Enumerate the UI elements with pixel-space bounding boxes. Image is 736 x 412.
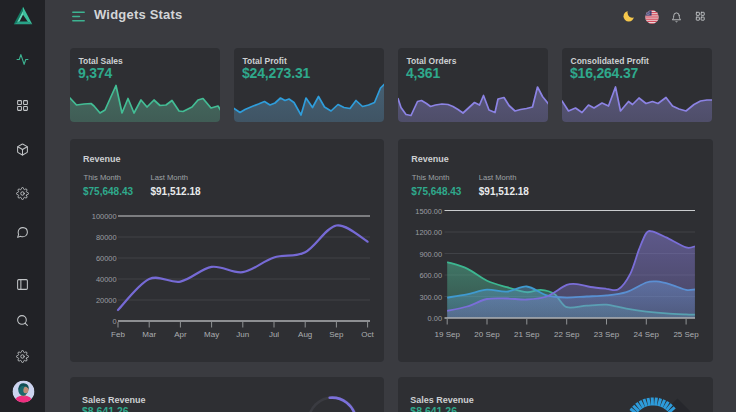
svg-text:600.00: 600.00 <box>420 271 443 280</box>
svg-text:23 Sep: 23 Sep <box>594 329 620 338</box>
svg-text:25 Sep: 25 Sep <box>674 329 700 338</box>
svg-text:80000: 80000 <box>96 233 117 242</box>
svg-text:0.00: 0.00 <box>428 314 442 323</box>
svg-text:Aug: Aug <box>298 329 312 338</box>
svg-text:Oct: Oct <box>361 329 374 338</box>
svg-text:300.00: 300.00 <box>420 292 443 301</box>
svg-text:Apr: Apr <box>174 329 187 338</box>
svg-text:22 Sep: 22 Sep <box>554 329 580 338</box>
svg-text:Feb: Feb <box>111 329 125 338</box>
svg-text:19 Sep: 19 Sep <box>435 329 461 338</box>
svg-text:Jun: Jun <box>236 329 249 338</box>
svg-text:21 Sep: 21 Sep <box>514 329 540 338</box>
svg-text:0: 0 <box>112 317 116 326</box>
svg-text:20 Sep: 20 Sep <box>475 329 501 338</box>
svg-text:24 Sep: 24 Sep <box>634 329 660 338</box>
svg-text:40000: 40000 <box>96 275 117 284</box>
svg-text:Sep: Sep <box>329 329 344 338</box>
svg-text:20000: 20000 <box>96 296 117 305</box>
svg-text:Jul: Jul <box>269 329 279 338</box>
svg-text:60000: 60000 <box>96 254 117 263</box>
svg-text:1500.00: 1500.00 <box>416 206 443 215</box>
svg-text:100000: 100000 <box>92 212 117 221</box>
svg-text:May: May <box>204 329 219 338</box>
svg-text:900.00: 900.00 <box>420 249 443 258</box>
svg-text:Mar: Mar <box>142 329 156 338</box>
svg-text:1200.00: 1200.00 <box>416 228 443 237</box>
